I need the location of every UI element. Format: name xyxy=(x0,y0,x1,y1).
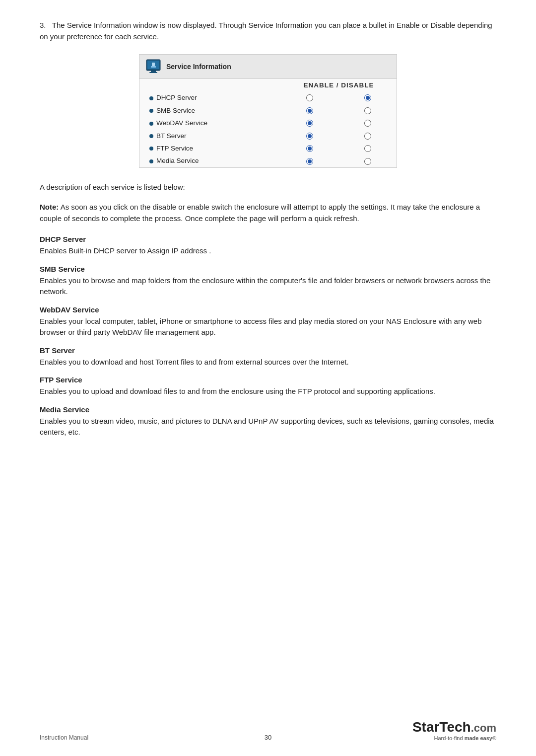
service-section-media-service: Media ServiceEnables you to stream video… xyxy=(40,405,496,438)
disable-radio-cell[interactable] xyxy=(338,142,397,154)
enable-radio[interactable] xyxy=(306,94,313,101)
step-number: 3. xyxy=(40,21,46,29)
disable-radio[interactable] xyxy=(364,158,371,165)
service-name-text: WebDAV Service xyxy=(156,119,207,127)
bullet-icon xyxy=(149,96,153,100)
service-info-header: Service Information xyxy=(139,55,397,79)
note-text: As soon as you click on the disable or e… xyxy=(40,203,480,223)
service-row: WebDAV Service xyxy=(139,117,397,129)
svg-rect-2 xyxy=(151,71,156,72)
enable-radio-cell[interactable] xyxy=(281,91,339,104)
service-section-title: Media Service xyxy=(40,405,496,414)
enable-radio[interactable] xyxy=(306,145,313,152)
step-description: The Service Information window is now di… xyxy=(40,21,492,41)
service-name-text: BT Server xyxy=(156,132,187,140)
enable-radio-cell[interactable] xyxy=(281,129,339,142)
service-section-title: WebDAV Service xyxy=(40,305,496,314)
monitor-icon xyxy=(145,59,161,75)
enable-radio[interactable] xyxy=(306,120,313,127)
service-section-desc: Enables your local computer, tablet, iPh… xyxy=(40,316,496,338)
service-row: BT Server xyxy=(139,129,397,142)
startech-tagline: Hard-to-find made easy® xyxy=(412,735,496,741)
service-row-name: FTP Service xyxy=(139,142,281,154)
service-section-smb-service: SMB ServiceEnables you to browse and map… xyxy=(40,265,496,298)
disable-radio-cell[interactable] xyxy=(338,91,397,104)
footer-right: StarTech.com Hard-to-find made easy® xyxy=(412,720,496,741)
service-row-name: BT Server xyxy=(139,129,281,142)
enable-radio-cell[interactable] xyxy=(281,117,339,129)
service-name-text: DHCP Server xyxy=(156,94,197,101)
service-info-box: Service Information ENABLE / DISABLE DHC… xyxy=(139,54,397,168)
disable-radio[interactable] xyxy=(364,120,371,127)
step-text: 3. The Service Information window is now… xyxy=(40,20,496,42)
enable-radio[interactable] xyxy=(306,158,313,165)
service-section-title: SMB Service xyxy=(40,265,496,273)
note-label: Note: xyxy=(40,203,59,211)
service-section-dhcp-server: DHCP ServerEnables Built-in DHCP server … xyxy=(40,235,496,257)
bullet-icon xyxy=(149,159,153,163)
service-row: SMB Service xyxy=(139,104,397,116)
service-section-desc: Enables you to download and host Torrent… xyxy=(40,357,496,368)
bullet-icon xyxy=(149,122,153,126)
service-row-name: WebDAV Service xyxy=(139,117,281,129)
disable-radio[interactable] xyxy=(364,94,371,101)
enable-radio[interactable] xyxy=(306,107,313,114)
enable-disable-header: ENABLE / DISABLE xyxy=(281,79,397,91)
service-table: ENABLE / DISABLE DHCP ServerSMB ServiceW… xyxy=(139,79,397,167)
service-sections: DHCP ServerEnables Built-in DHCP server … xyxy=(40,235,496,438)
service-section-bt-server: BT ServerEnables you to download and hos… xyxy=(40,346,496,368)
disable-radio[interactable] xyxy=(364,133,371,140)
service-name-text: Media Service xyxy=(156,157,199,164)
service-name-col-header xyxy=(139,79,281,91)
service-row: Media Service xyxy=(139,154,397,167)
svg-rect-3 xyxy=(149,72,157,73)
service-row-name: SMB Service xyxy=(139,104,281,116)
service-section-title: FTP Service xyxy=(40,376,496,384)
disable-radio-cell[interactable] xyxy=(338,154,397,167)
page-number: 30 xyxy=(265,734,271,741)
bullet-icon xyxy=(149,134,153,138)
service-table-header-row: ENABLE / DISABLE xyxy=(139,79,397,91)
service-section-desc: Enables you to upload and download files… xyxy=(40,386,496,397)
disable-radio-cell[interactable] xyxy=(338,117,397,129)
disable-radio[interactable] xyxy=(364,107,371,114)
footer-left: Instruction Manual xyxy=(40,734,88,741)
service-section-desc: Enables you to browse and map folders fr… xyxy=(40,275,496,298)
service-section-desc: Enables you to stream video, music, and … xyxy=(40,416,496,438)
svg-rect-4 xyxy=(152,63,155,66)
disable-radio-cell[interactable] xyxy=(338,129,397,142)
service-row-name: Media Service xyxy=(139,154,281,167)
service-section-title: DHCP Server xyxy=(40,235,496,243)
service-section-ftp-service: FTP ServiceEnables you to upload and dow… xyxy=(40,376,496,397)
service-section-title: BT Server xyxy=(40,346,496,355)
service-row-name: DHCP Server xyxy=(139,91,281,104)
bullet-icon xyxy=(149,147,153,151)
service-name-text: SMB Service xyxy=(156,107,195,114)
service-row: DHCP Server xyxy=(139,91,397,104)
page-footer: Instruction Manual 30 StarTech.com Hard-… xyxy=(0,720,536,741)
svg-rect-5 xyxy=(151,66,156,68)
enable-radio-cell[interactable] xyxy=(281,154,339,167)
service-section-desc: Enables Built-in DHCP server to Assign I… xyxy=(40,245,496,257)
disable-radio[interactable] xyxy=(364,145,371,152)
brand-name: StarTech.com xyxy=(412,719,496,735)
enable-radio-cell[interactable] xyxy=(281,104,339,116)
startech-logo: StarTech.com xyxy=(412,720,496,734)
service-name-text: FTP Service xyxy=(156,145,193,152)
note-section: Note: As soon as you click on the disabl… xyxy=(40,201,496,225)
brand-suffix: .com xyxy=(471,722,496,734)
service-section-webdav-service: WebDAV ServiceEnables your local compute… xyxy=(40,305,496,338)
footer-center: 30 xyxy=(265,734,271,741)
service-info-title: Service Information xyxy=(166,63,231,71)
service-row: FTP Service xyxy=(139,142,397,154)
instruction-manual-label: Instruction Manual xyxy=(40,734,88,741)
enable-radio[interactable] xyxy=(306,133,313,140)
tagline-bold: made easy xyxy=(465,735,492,741)
disable-radio-cell[interactable] xyxy=(338,104,397,116)
enable-radio-cell[interactable] xyxy=(281,142,339,154)
bullet-icon xyxy=(149,109,153,113)
description-line: A description of each service is listed … xyxy=(40,183,496,191)
page-content: 3. The Service Information window is now… xyxy=(0,0,536,486)
